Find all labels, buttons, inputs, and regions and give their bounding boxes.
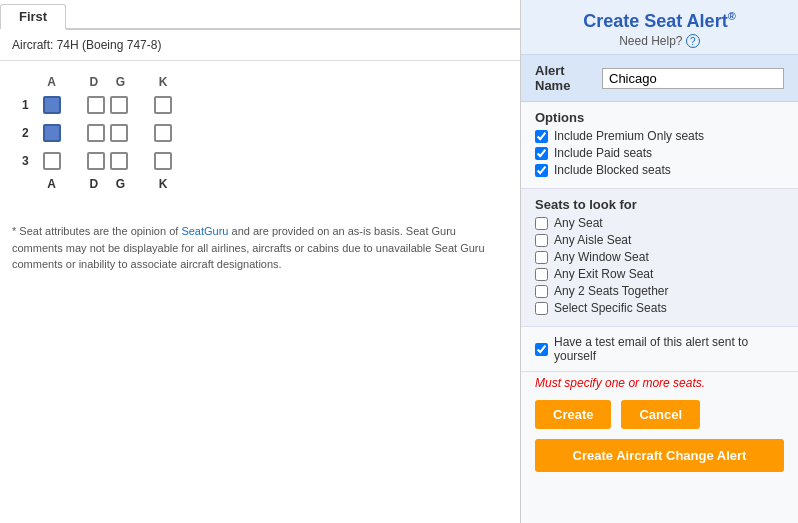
seat-icon — [154, 124, 172, 142]
col-spacer1 — [67, 73, 81, 91]
seat-row-1: 1 — [16, 91, 178, 119]
error-message: Must specify one or more seats. — [521, 372, 798, 394]
row-num-2: 2 — [16, 119, 37, 147]
option-paid-label: Include Paid seats — [554, 146, 652, 160]
seat-option-window: Any Window Seat — [535, 250, 784, 264]
seat-option-exitrow-label: Any Exit Row Seat — [554, 267, 653, 281]
option-premium-checkbox[interactable] — [535, 130, 548, 143]
seat-2a[interactable] — [37, 119, 67, 147]
col-footer-d: D — [81, 175, 107, 193]
seat-icon — [87, 152, 105, 170]
col-header-row — [16, 73, 37, 91]
col-spacer2 — [134, 73, 148, 91]
seat-icon — [154, 96, 172, 114]
col-g: G — [107, 73, 134, 91]
aircraft-info: Aircraft: 74H (Boeing 747-8) — [0, 30, 520, 61]
test-email-row: Have a test email of this alert sent to … — [521, 327, 798, 372]
seat-row-2: 2 — [16, 119, 178, 147]
col-a: A — [37, 73, 67, 91]
seat-3a[interactable] — [37, 147, 67, 175]
seat-icon — [43, 96, 61, 114]
seat-option-any-checkbox[interactable] — [535, 217, 548, 230]
seat-option-specific: Select Specific Seats — [535, 301, 784, 315]
option-blocked-label: Include Blocked seats — [554, 163, 671, 177]
option-premium: Include Premium Only seats — [535, 129, 784, 143]
tab-bar: First — [0, 0, 520, 30]
seat-icon — [43, 152, 61, 170]
create-alert-title: Create Seat Alert® — [535, 10, 784, 32]
seat-option-any: Any Seat — [535, 216, 784, 230]
seat-1dg[interactable] — [81, 91, 134, 119]
seat-icon — [110, 124, 128, 142]
aircraft-change-button[interactable]: Create Aircraft Change Alert — [535, 439, 784, 472]
seat-icon — [87, 96, 105, 114]
seat-3dg[interactable] — [81, 147, 134, 175]
option-paid: Include Paid seats — [535, 146, 784, 160]
alert-name-row: Alert Name — [521, 55, 798, 102]
footnote: * Seat attributes are the opinion of Sea… — [0, 215, 520, 281]
alert-name-label: Alert Name — [535, 63, 594, 93]
option-paid-checkbox[interactable] — [535, 147, 548, 160]
seat-option-exitrow: Any Exit Row Seat — [535, 267, 784, 281]
seat-option-specific-label: Select Specific Seats — [554, 301, 667, 315]
action-buttons: Create Cancel — [521, 394, 798, 435]
col-footer-a: A — [37, 175, 67, 193]
seat-2k[interactable] — [148, 119, 178, 147]
col-k: K — [148, 73, 178, 91]
tab-first[interactable]: First — [0, 4, 66, 30]
col-footer-g: G — [107, 175, 134, 193]
seat-2dg[interactable] — [81, 119, 134, 147]
seat-icon — [110, 96, 128, 114]
need-help: Need Help? ? — [535, 34, 784, 48]
option-blocked-checkbox[interactable] — [535, 164, 548, 177]
seat-option-2together: Any 2 Seats Together — [535, 284, 784, 298]
row-num-1: 1 — [16, 91, 37, 119]
seat-map-table: A D G K 1 — [16, 73, 178, 193]
seat-option-window-label: Any Window Seat — [554, 250, 649, 264]
option-blocked: Include Blocked seats — [535, 163, 784, 177]
seat-option-aisle: Any Aisle Seat — [535, 233, 784, 247]
test-email-label: Have a test email of this alert sent to … — [554, 335, 784, 363]
seat-option-any-label: Any Seat — [554, 216, 603, 230]
seat-option-aisle-checkbox[interactable] — [535, 234, 548, 247]
help-icon[interactable]: ? — [686, 34, 700, 48]
seats-section: Seats to look for Any Seat Any Aisle Sea… — [521, 189, 798, 327]
right-panel: Create Seat Alert® Need Help? ? Alert Na… — [520, 0, 798, 523]
test-email-checkbox[interactable] — [535, 343, 548, 356]
seat-3k[interactable] — [148, 147, 178, 175]
create-button[interactable]: Create — [535, 400, 611, 429]
seatguru-link[interactable]: SeatGuru — [181, 225, 228, 237]
seat-option-2together-checkbox[interactable] — [535, 285, 548, 298]
seat-option-aisle-label: Any Aisle Seat — [554, 233, 631, 247]
alert-name-input[interactable] — [602, 68, 784, 89]
seat-icon — [110, 152, 128, 170]
options-section: Options Include Premium Only seats Inclu… — [521, 102, 798, 189]
seat-icon — [43, 124, 61, 142]
left-panel: First Aircraft: 74H (Boeing 747-8) A D G… — [0, 0, 520, 523]
seat-option-specific-checkbox[interactable] — [535, 302, 548, 315]
seat-1k[interactable] — [148, 91, 178, 119]
seat-option-2together-label: Any 2 Seats Together — [554, 284, 669, 298]
col-footer-k: K — [148, 175, 178, 193]
col-d: D — [81, 73, 107, 91]
seat-option-exitrow-checkbox[interactable] — [535, 268, 548, 281]
seat-row-3: 3 — [16, 147, 178, 175]
seat-1a[interactable] — [37, 91, 67, 119]
seat-icon — [87, 124, 105, 142]
seat-map-area: A D G K 1 — [0, 61, 520, 205]
option-premium-label: Include Premium Only seats — [554, 129, 704, 143]
seat-option-window-checkbox[interactable] — [535, 251, 548, 264]
seat-icon — [154, 152, 172, 170]
seats-title: Seats to look for — [535, 197, 784, 212]
row-num-3: 3 — [16, 147, 37, 175]
create-alert-header: Create Seat Alert® Need Help? ? — [521, 0, 798, 55]
cancel-button[interactable]: Cancel — [621, 400, 700, 429]
options-title: Options — [535, 110, 784, 125]
